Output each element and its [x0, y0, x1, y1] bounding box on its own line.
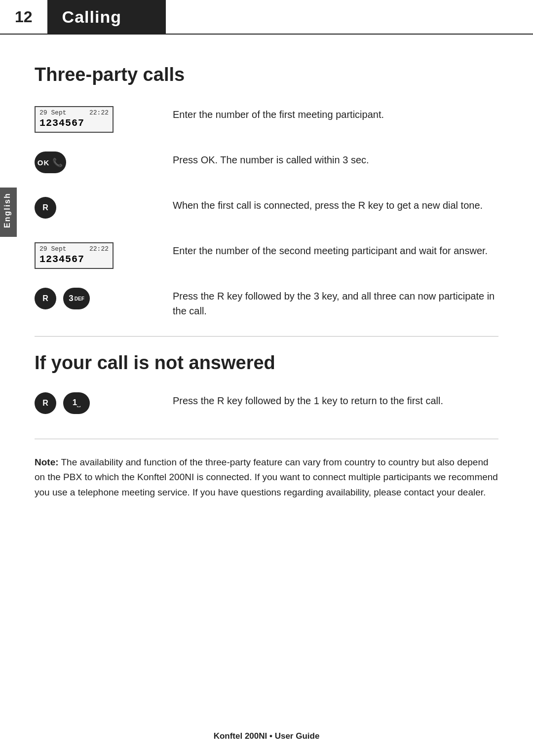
step4-left: 29 Sept 22:22 1234567 — [35, 241, 173, 269]
phone-display-top: 29 Sept 22:22 — [39, 109, 109, 116]
instruction-row: R When the first call is connected, pres… — [35, 196, 498, 226]
three-digit: 3 — [69, 294, 73, 303]
main-content: Three-party calls 29 Sept 22:22 1234567 … — [0, 35, 533, 529]
step1-description: Enter the number of the first meeting pa… — [173, 105, 498, 122]
one-button-icon: 1⎵ — [63, 392, 90, 414]
instruction-row: R 1⎵ Press the R key followed by the 1 k… — [35, 391, 498, 421]
page-number: 12 — [0, 0, 47, 34]
def-label: DEF — [75, 296, 84, 302]
ok-button-icon: OK 📞 — [35, 151, 66, 173]
r-button-icon-2: R — [35, 288, 56, 309]
footer: Konftel 200NI • User Guide — [0, 731, 533, 741]
phone-display-1: 29 Sept 22:22 1234567 — [35, 106, 114, 133]
page-title: Calling — [47, 0, 166, 34]
instruction-row: 29 Sept 22:22 1234567 Enter the number o… — [35, 105, 498, 135]
phone-icon: 📞 — [52, 157, 63, 168]
3def-button-icon: 3DEF — [63, 288, 90, 309]
step5-left: R 3DEF — [35, 287, 173, 309]
phone-display-2: 29 Sept 22:22 1234567 — [35, 242, 114, 269]
phone-time: 22:22 — [89, 109, 109, 116]
s2-step1-description: Press the R key followed by the 1 key to… — [173, 391, 498, 408]
one-label: 1⎵ — [73, 398, 80, 408]
s2-step1-left: R 1⎵ — [35, 391, 173, 414]
ok-key-group: OK 📞 — [35, 151, 69, 173]
step5-description: Press the R key followed by the 3 key, a… — [173, 287, 498, 318]
ok-label: OK — [38, 158, 50, 167]
r-1-key-group: R 1⎵ — [35, 392, 90, 414]
r-button-icon: R — [35, 197, 56, 219]
step3-description: When the first call is connected, press … — [173, 196, 498, 213]
phone-display-top-2: 29 Sept 22:22 — [39, 245, 109, 253]
phone-date-2: 29 Sept — [39, 245, 67, 253]
r-3def-key-group: R 3DEF — [35, 288, 90, 309]
step2-description: Press OK. The number is called within 3 … — [173, 151, 498, 167]
note-label: Note: — [35, 457, 59, 467]
footer-text: Konftel 200NI • User Guide — [214, 731, 320, 741]
note-text: The availability and function of the thr… — [35, 457, 498, 497]
note-divider — [35, 439, 498, 439]
note-section: Note: The availability and function of t… — [35, 455, 498, 500]
phone-number-2: 1234567 — [39, 254, 109, 265]
step1-left: 29 Sept 22:22 1234567 — [35, 105, 173, 133]
instruction-row: OK 📞 Press OK. The number is called with… — [35, 151, 498, 180]
step2-left: OK 📞 — [35, 151, 173, 173]
header: 12 Calling — [0, 0, 533, 35]
phone-number: 1234567 — [39, 117, 109, 129]
section2-heading: If your call is not answered — [35, 352, 498, 374]
instruction-row: R 3DEF Press the R key followed by the 3… — [35, 287, 498, 318]
step4-description: Enter the number of the second meeting p… — [173, 241, 498, 258]
section-divider — [35, 336, 498, 337]
r-button-icon-3: R — [35, 392, 56, 414]
section1-heading: Three-party calls — [35, 64, 498, 85]
phone-date: 29 Sept — [39, 109, 67, 116]
step3-left: R — [35, 196, 173, 219]
phone-time-2: 22:22 — [89, 245, 109, 253]
instruction-row: 29 Sept 22:22 1234567 Enter the number o… — [35, 241, 498, 271]
